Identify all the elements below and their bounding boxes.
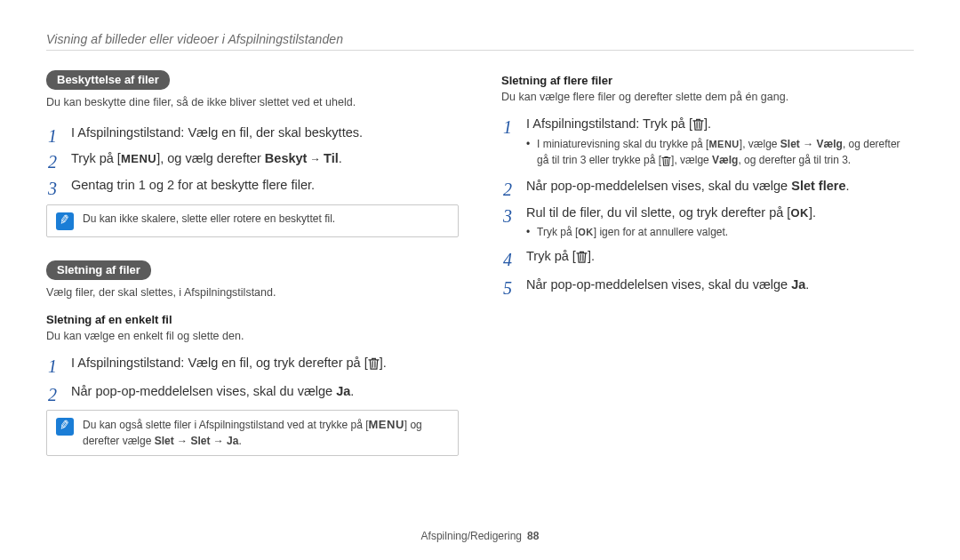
note-icon [56,418,74,436]
delete-single-step-2: Når pop-op-meddelelsen vises, skal du væ… [46,382,459,402]
delete-multi-heading: Sletning af flere filer [501,74,914,87]
delete-intro: Vælg filer, der skal slettes, i Afspilni… [46,285,459,301]
section-pill-delete: Sletning af filer [46,260,151,280]
protect-step-2: Tryk på [MENU], og vælg derefter Beskyt … [46,149,459,169]
protect-intro: Du kan beskytte dine filer, så de ikke b… [46,95,459,111]
delete-multi-step-4: Tryk på []. [501,247,914,268]
delete-multi-intro: Du kan vælge flere filer og derefter sle… [501,90,914,106]
delete-single-note-text: Du kan også slette filer i Afspilningsti… [83,417,449,449]
delete-multi-steps: I Afspilningstilstand: Tryk på []. I min… [501,115,914,295]
protect-step-1: I Afspilningstilstand: Vælg en fil, der … [46,124,459,143]
delete-multi-step-2: Når pop-op-meddelelsen vises, skal du væ… [501,177,914,196]
delete-single-intro: Du kan vælge en enkelt fil og slette den… [46,329,459,345]
protect-step-3: Gentag trin 1 og 2 for at beskytte flere… [46,176,459,196]
menu-key: MENU [708,138,739,152]
header-divider [46,50,914,51]
delete-multi-step-3: Rul til de filer, du vil slette, og tryk… [501,204,914,240]
trash-icon [692,116,704,136]
ok-key: OK [578,226,594,240]
trash-icon [576,249,588,268]
menu-key: MENU [121,150,156,168]
delete-single-note: Du kan også slette filer i Afspilningsti… [46,410,459,456]
menu-key: MENU [369,417,404,434]
protect-steps: I Afspilningstilstand: Vælg en fil, der … [46,124,459,196]
section-pill-protect: Beskyttelse af filer [46,70,170,90]
note-icon [56,212,74,230]
protect-note: Du kan ikke skalere, slette eller rotere… [46,204,459,237]
footer-label: Afspilning/Redigering [421,530,522,542]
delete-multi-step-1-bullet: I miniaturevisning skal du trykke på [ME… [526,137,914,170]
page-footer: Afspilning/Redigering88 [0,530,960,542]
page-number: 88 [527,530,539,542]
left-column: Beskyttelse af filer Du kan beskytte din… [46,70,459,472]
page-header: Visning af billeder eller videoer i Afsp… [46,32,914,46]
trash-icon [368,356,380,375]
protect-note-text: Du kan ikke skalere, slette eller rotere… [83,212,335,227]
delete-multi-step-5: Når pop-op-meddelelsen vises, skal du væ… [501,276,914,295]
delete-single-step-1: I Afspilningstilstand: Vælg en fil, og t… [46,354,459,375]
delete-multi-step-1: I Afspilningstilstand: Tryk på []. I min… [501,115,914,171]
ok-key: OK [790,204,809,222]
right-column: Sletning af flere filer Du kan vælge fle… [501,70,914,472]
delete-single-heading: Sletning af en enkelt fil [46,313,459,326]
delete-single-steps: I Afspilningstilstand: Vælg en fil, og t… [46,354,459,402]
delete-multi-step-3-bullet: Tryk på [OK] igen for at annullere valge… [526,225,914,240]
trash-icon [661,155,671,170]
